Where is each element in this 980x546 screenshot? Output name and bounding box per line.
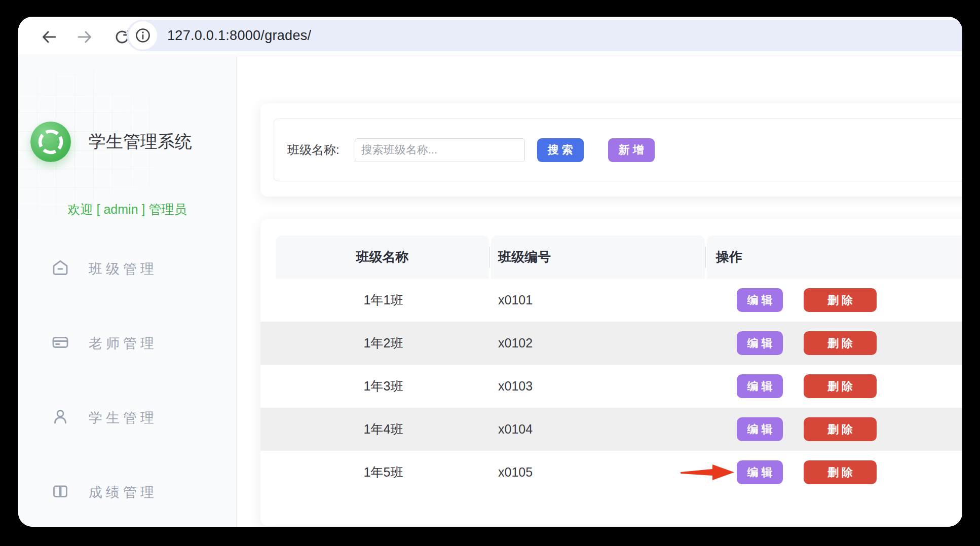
class-code-cell: x0104 — [491, 422, 707, 437]
table-row: 1年2班 x0102 编辑 删除 — [260, 322, 962, 365]
class-name-cell: 1年3班 — [276, 378, 491, 395]
table-header-row: 班级名称 班级编号 操作 — [260, 236, 962, 279]
sidebar-item-book[interactable]: 成绩管理 — [18, 477, 236, 508]
table-row: 1年1班 x0101 编辑 删除 — [260, 279, 962, 322]
sidebar-menu: 班级管理 老师管理 学生管理 成绩管理 — [18, 254, 236, 527]
user-icon — [51, 407, 70, 428]
class-code-cell: x0103 — [491, 379, 707, 394]
table-body: 1年1班 x0101 编辑 删除 1年2班 x0102 编辑 删除 1年3班 x… — [260, 279, 962, 494]
delete-button[interactable]: 删除 — [804, 417, 877, 441]
app-title: 学生管理系统 — [89, 130, 192, 153]
forward-arrow-icon[interactable] — [76, 28, 94, 46]
actions-cell: 编辑 删除 — [707, 374, 962, 398]
delete-button[interactable]: 删除 — [804, 288, 877, 312]
actions-cell: 编辑 删除 — [707, 331, 962, 355]
class-code-cell: x0102 — [491, 336, 707, 350]
site-info-icon[interactable] — [129, 21, 157, 50]
book-icon — [51, 482, 70, 503]
header-class-code: 班级编号 — [491, 236, 705, 279]
edit-button[interactable]: 编辑 — [737, 288, 783, 312]
sidebar-item-home[interactable]: 班级管理 — [18, 254, 236, 284]
green-ring-logo — [30, 122, 71, 162]
card-icon — [51, 333, 70, 354]
actions-cell: 编辑 删除 — [707, 460, 962, 484]
actions-cell: 编辑 删除 — [707, 288, 962, 312]
browser-window: 127.0.0.1:8000/grades/ 学生管理系统 欢迎 [ admin… — [18, 17, 962, 527]
sidebar-item-card[interactable]: 老师管理 — [18, 328, 236, 359]
delete-button[interactable]: 删除 — [804, 460, 877, 484]
url-bar[interactable]: 127.0.0.1:8000/grades/ — [127, 20, 962, 51]
delete-button[interactable]: 删除 — [804, 331, 877, 355]
edit-button[interactable]: 编辑 — [737, 374, 783, 398]
class-name-cell: 1年2班 — [276, 335, 491, 352]
search-button[interactable]: 搜索 — [537, 138, 584, 162]
search-form: 班级名称: 搜索 新增 — [274, 119, 962, 181]
back-arrow-icon[interactable] — [40, 28, 58, 46]
table-row: 1年5班 x0105 编辑 删除 — [260, 451, 962, 494]
header-class-name: 班级名称 — [276, 236, 489, 279]
sidebar-item-user[interactable]: 学生管理 — [18, 403, 236, 433]
edit-button[interactable]: 编辑 — [737, 460, 783, 484]
class-name-cell: 1年1班 — [276, 292, 491, 308]
header-actions: 操作 — [707, 236, 962, 279]
edit-button[interactable]: 编辑 — [737, 417, 783, 441]
sidebar: 学生管理系统 欢迎 [ admin ] 管理员 班级管理 老师管理 学生管理 成… — [18, 56, 237, 527]
red-arrow-annotation-icon — [681, 462, 735, 483]
delete-button[interactable]: 删除 — [804, 374, 877, 398]
class-name-cell: 1年5班 — [276, 464, 491, 481]
edit-button[interactable]: 编辑 — [737, 331, 783, 355]
class-code-cell: x0101 — [491, 293, 707, 307]
table-row: 1年3班 x0103 编辑 删除 — [260, 365, 962, 408]
home-icon — [51, 258, 70, 280]
search-input[interactable] — [355, 138, 525, 162]
browser-toolbar: 127.0.0.1:8000/grades/ — [18, 17, 962, 56]
actions-cell: 编辑 删除 — [707, 417, 962, 441]
class-table-panel: 班级名称 班级编号 操作 1年1班 x0101 编辑 删除 1年2班 x0102… — [260, 219, 962, 526]
welcome-text: 欢迎 [ admin ] 管理员 — [18, 201, 236, 218]
brand: 学生管理系统 — [18, 122, 192, 162]
url-text: 127.0.0.1:8000/grades/ — [167, 20, 311, 51]
class-name-cell: 1年4班 — [276, 421, 491, 438]
table-row: 1年4班 x0104 编辑 删除 — [260, 408, 962, 451]
add-button[interactable]: 新增 — [608, 138, 655, 162]
main-content: 班级名称: 搜索 新增 班级名称 班级编号 操作 1年1班 x0101 编辑 删… — [237, 56, 962, 527]
class-name-label: 班级名称: — [287, 142, 340, 158]
class-code-cell: x0105 — [491, 465, 707, 480]
search-panel: 班级名称: 搜索 新增 — [260, 103, 962, 197]
